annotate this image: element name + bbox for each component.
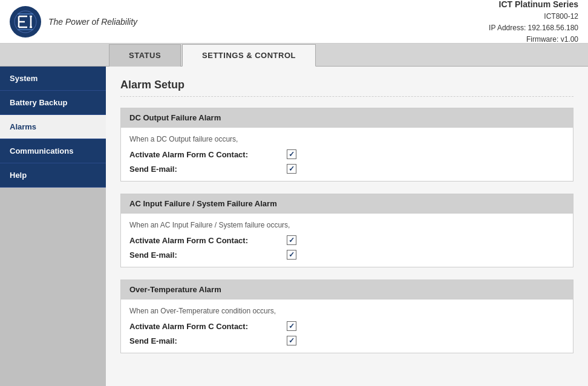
checkbox-temp-contact[interactable]: [287, 321, 296, 331]
alarm-row-ac-contact: Activate Alarm Form C Contact:: [129, 235, 564, 245]
alarm-label-temp-email: Send E-mail:: [129, 336, 287, 345]
alarm-label-ac-email: Send E-mail:: [129, 250, 287, 260]
alarm-section-ac-input: AC Input Failure / System Failure Alarm …: [120, 194, 573, 267]
header: The Power of Reliability ICT Platinum Se…: [0, 0, 588, 44]
alarm-row-ac-email: Send E-mail:: [129, 250, 564, 260]
sidebar-item-system[interactable]: System: [0, 67, 106, 91]
main-layout: System Battery Backup Alarms Communicati…: [0, 67, 588, 386]
firmware-version: Firmware: v1.00: [489, 34, 578, 45]
alarm-section-header-ac: AC Input Failure / System Failure Alarm: [121, 194, 573, 214]
alarm-label-ac-contact: Activate Alarm Form C Contact:: [129, 236, 287, 245]
sidebar-item-help[interactable]: Help: [0, 163, 106, 188]
tab-bar: STATUS SETTINGS & CONTROL: [0, 44, 588, 67]
alarm-section-header-temp: Over-Temperature Alarm: [121, 280, 573, 299]
alarm-description-temp: When an Over-Temperature condition occur…: [129, 307, 564, 315]
content-area: Alarm Setup DC Output Failure Alarm When…: [106, 67, 588, 386]
sidebar-item-battery-backup[interactable]: Battery Backup: [0, 91, 106, 115]
alarm-section-body-temp: When an Over-Temperature condition occur…: [121, 299, 573, 353]
alarm-section-header-dc: DC Output Failure Alarm: [121, 108, 573, 128]
sidebar-item-communications[interactable]: Communications: [0, 139, 106, 163]
checkbox-ac-email[interactable]: [287, 250, 296, 260]
alarm-row-temp-email: Send E-mail:: [129, 336, 564, 345]
device-model: ICT800-12: [489, 11, 578, 22]
logo-tagline: The Power of Reliability: [48, 17, 137, 27]
checkbox-dc-contact[interactable]: [287, 149, 296, 159]
tab-status[interactable]: STATUS: [109, 44, 181, 67]
checkbox-temp-email[interactable]: [287, 336, 296, 345]
checkbox-dc-email[interactable]: [287, 164, 296, 174]
page-title: Alarm Setup: [120, 79, 573, 97]
sidebar: System Battery Backup Alarms Communicati…: [0, 67, 106, 386]
alarm-description-ac: When an AC Input Failure / System failur…: [129, 221, 564, 229]
logo-icon: [10, 6, 41, 38]
logo-area: The Power of Reliability: [10, 6, 137, 38]
alarm-section-over-temp: Over-Temperature Alarm When an Over-Temp…: [120, 280, 573, 353]
alarm-row-dc-contact: Activate Alarm Form C Contact:: [129, 149, 564, 159]
alarm-section-body-ac: When an AC Input Failure / System failur…: [121, 214, 573, 267]
alarm-section-body-dc: When a DC Output failure occurs, Activat…: [121, 128, 573, 181]
alarm-row-dc-email: Send E-mail:: [129, 164, 564, 174]
alarm-section-dc-output: DC Output Failure Alarm When a DC Output…: [120, 108, 573, 182]
device-name: ICT Platinum Series: [489, 0, 578, 11]
checkbox-ac-contact[interactable]: [287, 235, 296, 245]
alarm-description-dc: When a DC Output failure occurs,: [129, 135, 564, 143]
header-info: ICT Platinum Series ICT800-12 IP Address…: [489, 0, 578, 45]
alarm-label-dc-contact: Activate Alarm Form C Contact:: [129, 150, 287, 159]
alarm-row-temp-contact: Activate Alarm Form C Contact:: [129, 321, 564, 331]
alarm-label-dc-email: Send E-mail:: [129, 165, 287, 174]
ip-address: IP Address: 192.168.56.180: [489, 22, 578, 34]
sidebar-item-alarms[interactable]: Alarms: [0, 115, 106, 139]
tab-settings[interactable]: SETTINGS & CONTROL: [182, 44, 316, 67]
alarm-label-temp-contact: Activate Alarm Form C Contact:: [129, 322, 287, 331]
